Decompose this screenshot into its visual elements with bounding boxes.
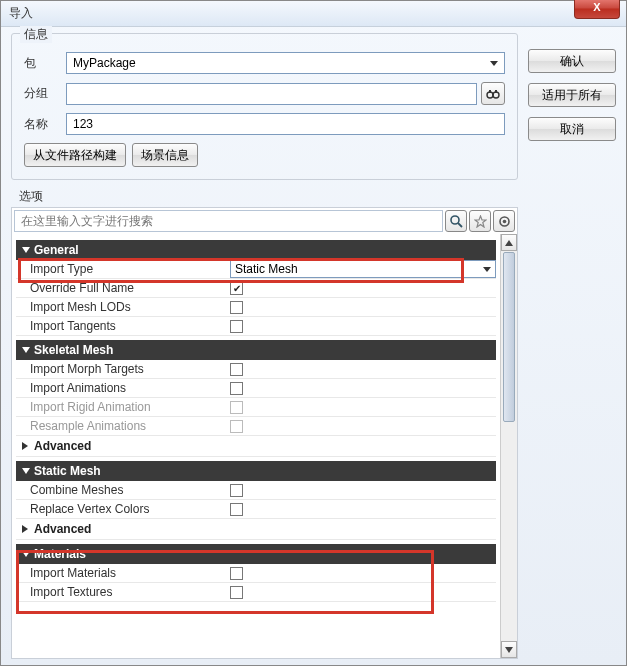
- prop-import-rigid: Import Rigid Animation: [16, 398, 496, 417]
- options-body: General Import Type Static Mesh: [11, 234, 518, 659]
- name-row: 名称: [24, 113, 505, 135]
- prop-import-tangents: Import Tangents: [16, 317, 496, 336]
- svg-rect-3: [489, 90, 491, 93]
- import-rigid-checkbox: [230, 401, 243, 414]
- package-value: MyPackage: [73, 56, 136, 70]
- prop-override-fullname: Override Full Name ✔: [16, 279, 496, 298]
- browse-button[interactable]: [481, 82, 505, 105]
- chevron-down-icon: [490, 61, 498, 66]
- search-icon: [450, 215, 463, 228]
- chevron-up-icon: [505, 240, 513, 246]
- svg-line-6: [458, 223, 462, 227]
- scrollbar[interactable]: [500, 234, 517, 658]
- window-title: 导入: [9, 5, 33, 22]
- combine-checkbox[interactable]: [230, 484, 243, 497]
- override-fullname-label: Override Full Name: [30, 281, 230, 295]
- replace-vc-label: Replace Vertex Colors: [30, 502, 230, 516]
- prop-import-morph: Import Morph Targets: [16, 360, 496, 379]
- settings-button[interactable]: [493, 210, 515, 232]
- name-input[interactable]: [66, 113, 505, 135]
- import-tex-checkbox[interactable]: [230, 586, 243, 599]
- skeletal-advanced-label: Advanced: [34, 439, 91, 453]
- section-materials-title: Materials: [34, 547, 86, 561]
- info-legend: 信息: [20, 26, 52, 43]
- import-anim-checkbox[interactable]: [230, 382, 243, 395]
- right-column: 确认 适用于所有 取消: [528, 33, 616, 659]
- section-skeletal[interactable]: Skeletal Mesh: [16, 340, 496, 360]
- group-label: 分组: [24, 85, 66, 102]
- ok-button[interactable]: 确认: [528, 49, 616, 73]
- prop-import-materials: Import Materials: [16, 564, 496, 583]
- prop-import-lods: Import Mesh LODs: [16, 298, 496, 317]
- chevron-down-icon: [505, 647, 513, 653]
- chevron-down-icon: [483, 267, 491, 272]
- section-static-title: Static Mesh: [34, 464, 101, 478]
- apply-all-button[interactable]: 适用于所有: [528, 83, 616, 107]
- scroll-down-button[interactable]: [501, 641, 517, 658]
- scroll-up-button[interactable]: [501, 234, 517, 251]
- close-button[interactable]: X: [574, 0, 620, 19]
- svg-point-8: [502, 219, 506, 223]
- resample-checkbox: [230, 420, 243, 433]
- left-column: 信息 包 MyPackage 分组: [11, 33, 518, 659]
- import-type-control: Static Mesh: [230, 260, 496, 278]
- chevron-right-icon: [22, 525, 28, 533]
- svg-point-5: [451, 216, 459, 224]
- section-general[interactable]: General: [16, 240, 496, 260]
- scene-info-button[interactable]: 场景信息: [132, 143, 198, 167]
- titlebar: 导入 X: [1, 1, 626, 27]
- binoculars-icon: [486, 88, 500, 100]
- prop-combine-meshes: Combine Meshes: [16, 481, 496, 500]
- group-input[interactable]: [66, 83, 477, 105]
- import-tex-label: Import Textures: [30, 585, 230, 599]
- combine-label: Combine Meshes: [30, 483, 230, 497]
- package-row: 包 MyPackage: [24, 52, 505, 74]
- options-legend: 选项: [11, 188, 518, 207]
- search-button[interactable]: [445, 210, 467, 232]
- import-morph-checkbox[interactable]: [230, 363, 243, 376]
- import-tangents-checkbox[interactable]: [230, 320, 243, 333]
- prop-replace-vc: Replace Vertex Colors: [16, 500, 496, 519]
- chevron-down-icon: [22, 551, 30, 557]
- info-button-row: 从文件路径构建 场景信息: [24, 143, 505, 167]
- scroll-area: General Import Type Static Mesh: [12, 234, 517, 658]
- section-static[interactable]: Static Mesh: [16, 461, 496, 481]
- build-from-path-button[interactable]: 从文件路径构建: [24, 143, 126, 167]
- scrollbar-thumb[interactable]: [503, 252, 515, 422]
- import-type-combo[interactable]: Static Mesh: [230, 260, 496, 278]
- svg-rect-4: [495, 90, 497, 93]
- chevron-right-icon: [22, 442, 28, 450]
- import-mat-label: Import Materials: [30, 566, 230, 580]
- info-fieldset: 信息 包 MyPackage 分组: [11, 33, 518, 180]
- import-type-label: Import Type: [30, 262, 230, 276]
- chevron-down-icon: [22, 468, 30, 474]
- options-wrap: General Import Type Static Mesh: [11, 207, 518, 659]
- name-label: 名称: [24, 116, 66, 133]
- cancel-button[interactable]: 取消: [528, 117, 616, 141]
- group-row: 分组: [24, 82, 505, 105]
- override-fullname-checkbox[interactable]: ✔: [230, 282, 243, 295]
- scroll-content: General Import Type Static Mesh: [12, 234, 500, 658]
- prop-import-type: Import Type Static Mesh: [16, 260, 496, 279]
- replace-vc-checkbox[interactable]: [230, 503, 243, 516]
- import-lods-checkbox[interactable]: [230, 301, 243, 314]
- section-general-title: General: [34, 243, 79, 257]
- package-combo[interactable]: MyPackage: [66, 52, 505, 74]
- section-materials[interactable]: Materials: [16, 544, 496, 564]
- import-lods-label: Import Mesh LODs: [30, 300, 230, 314]
- resample-label: Resample Animations: [30, 419, 230, 433]
- import-dialog: 导入 X 信息 包 MyPackage 分组: [0, 0, 627, 666]
- static-advanced-label: Advanced: [34, 522, 91, 536]
- star-icon: [474, 215, 487, 228]
- chevron-down-icon: [22, 347, 30, 353]
- search-input[interactable]: [14, 210, 443, 232]
- content: 信息 包 MyPackage 分组: [1, 27, 626, 665]
- section-skeletal-title: Skeletal Mesh: [34, 343, 113, 357]
- favorite-button[interactable]: [469, 210, 491, 232]
- import-type-value: Static Mesh: [235, 262, 298, 276]
- static-advanced[interactable]: Advanced: [16, 519, 496, 540]
- prop-import-textures: Import Textures: [16, 583, 496, 602]
- import-mat-checkbox[interactable]: [230, 567, 243, 580]
- import-morph-label: Import Morph Targets: [30, 362, 230, 376]
- skeletal-advanced[interactable]: Advanced: [16, 436, 496, 457]
